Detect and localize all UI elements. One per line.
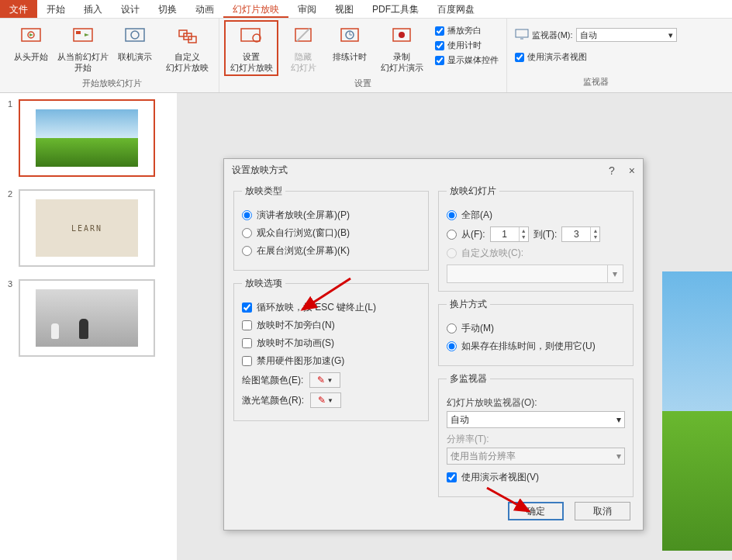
pen-color-picker[interactable]: ✎▼	[309, 372, 340, 388]
slide-thumb-1[interactable]: 1	[8, 99, 169, 177]
record-slideshow-button[interactable]: 录制 幻灯片演示	[375, 20, 429, 76]
label: 录制 幻灯片演示	[381, 51, 423, 73]
label: 设置 幻灯片放映	[230, 51, 273, 73]
ribbon: 从头开始 从当前幻灯片 开始 联机演示 自定义 幻灯片放映 开始放映幻灯片 设置…	[0, 19, 732, 93]
svg-point-20	[399, 32, 405, 38]
group-label: 开始放映幻灯片	[82, 76, 142, 92]
legend: 多监视器	[447, 372, 490, 385]
svg-rect-3	[74, 29, 92, 41]
radio[interactable]	[242, 228, 252, 238]
label: 如果存在排练时间，则使用它(U)	[461, 340, 596, 353]
tab-design[interactable]: 设计	[112, 0, 149, 18]
tab-insert[interactable]: 插入	[74, 0, 112, 18]
ok-button[interactable]: 确定	[508, 502, 564, 520]
rb-browsed[interactable]: 观众自行浏览(窗口)(B)	[242, 226, 420, 240]
slide-number: 2	[8, 189, 19, 199]
checkbox[interactable]	[242, 320, 252, 330]
show-options-group: 放映选项 循环放映，按 ESC 键终止(L) 放映时不加旁白(N) 放映时不加动…	[233, 277, 429, 421]
rb-from-radio[interactable]	[447, 230, 457, 240]
from-spinner[interactable]: 1▲▼	[490, 226, 529, 242]
laser-color-label: 激光笔颜色(R):	[242, 394, 304, 407]
label: 放映时不加动画(S)	[257, 337, 334, 350]
rb-custom-show[interactable]: 自定义放映(C):	[447, 247, 625, 260]
tab-home[interactable]: 开始	[37, 0, 74, 18]
label: 在展台浏览(全屏幕)(K)	[257, 244, 350, 258]
from-current-button[interactable]: 从当前幻灯片 开始	[56, 20, 110, 76]
checkbox[interactable]	[242, 356, 252, 366]
cb-loop[interactable]: 循环放映，按 ESC 键终止(L)	[242, 301, 420, 314]
tab-file[interactable]: 文件	[0, 0, 37, 18]
chevron-down-icon: ▾	[616, 414, 621, 425]
play-narration-check[interactable]: 播放旁白	[435, 25, 499, 36]
show-slides-group: 放映幻灯片 全部(A) 从(F): 1▲▼ 到(T): 3▲▼ 自定义放映(C)…	[438, 185, 634, 292]
tab-review[interactable]: 审阅	[288, 0, 326, 18]
radio[interactable]	[447, 210, 457, 220]
spin-arrows[interactable]: ▲▼	[590, 227, 599, 241]
label: 使用计时	[447, 40, 482, 51]
label: 播放旁白	[447, 25, 482, 36]
radio[interactable]	[242, 246, 252, 256]
slide-thumb-2[interactable]: 2 LEARN	[8, 189, 169, 267]
cb-hw-accel[interactable]: 禁用硬件图形加速(G)	[242, 354, 420, 368]
checkbox[interactable]	[242, 302, 252, 313]
from-beginning-button[interactable]: 从头开始	[9, 20, 53, 65]
show-media-controls-check[interactable]: 显示媒体控件	[435, 54, 499, 66]
monitor-icon	[515, 29, 529, 41]
chevron-down-icon: ▾	[607, 265, 621, 282]
use-timings-check[interactable]: 使用计时	[435, 40, 499, 51]
spin-arrows[interactable]: ▲▼	[519, 227, 528, 241]
setup-icon	[239, 23, 264, 48]
checkbox[interactable]	[515, 53, 524, 62]
checkbox[interactable]	[435, 56, 444, 65]
rehearse-timing-button[interactable]: 排练计时	[328, 20, 371, 65]
rb-speaker[interactable]: 演讲者放映(全屏幕)(P)	[242, 209, 420, 222]
monitor-select[interactable]: 自动▾	[576, 28, 677, 42]
rb-all[interactable]: 全部(A)	[447, 209, 625, 222]
presenter-view-check[interactable]: 使用演示者视图	[512, 51, 680, 63]
cb-no-narration[interactable]: 放映时不加旁白(N)	[242, 319, 420, 332]
label: 使用演示者视图	[527, 51, 587, 63]
hide-slide-button[interactable]: 隐藏 幻灯片	[281, 20, 325, 76]
dialog-titlebar[interactable]: 设置放映方式 ? ×	[224, 159, 643, 181]
tab-pdf[interactable]: PDF工具集	[363, 0, 428, 18]
advance-group: 换片方式 手动(M) 如果存在排练时间，则使用它(U)	[438, 298, 634, 366]
radio	[447, 248, 457, 258]
slide-thumb-3[interactable]: 3	[8, 279, 169, 357]
laser-color-picker[interactable]: ✎▼	[310, 392, 341, 408]
radio[interactable]	[242, 210, 252, 220]
checkbox[interactable]	[435, 26, 444, 36]
monitor-select[interactable]: 自动▾	[447, 411, 625, 428]
cancel-button[interactable]: 取消	[575, 502, 630, 520]
hide-slide-icon	[291, 23, 316, 48]
play-from-start-icon	[19, 23, 43, 48]
legend: 放映选项	[242, 277, 285, 290]
checkbox[interactable]	[242, 338, 252, 348]
tab-transitions[interactable]: 切换	[149, 0, 186, 18]
checkbox[interactable]	[447, 472, 457, 482]
help-button[interactable]: ?	[609, 164, 615, 177]
present-online-button[interactable]: 联机演示	[113, 20, 157, 65]
rb-kiosk[interactable]: 在展台浏览(全屏幕)(K)	[242, 244, 420, 258]
cb-presenter-view[interactable]: 使用演示者视图(V)	[447, 471, 625, 484]
tab-view[interactable]: 视图	[326, 0, 363, 18]
legend: 放映类型	[242, 185, 285, 198]
from-label: 从(F):	[461, 228, 485, 241]
tab-baidu[interactable]: 百度网盘	[428, 0, 484, 18]
rb-manual[interactable]: 手动(M)	[447, 322, 625, 335]
radio[interactable]	[447, 323, 457, 334]
close-button[interactable]: ×	[629, 164, 635, 177]
slide-thumbnail-panel[interactable]: 1 2 LEARN 3	[0, 93, 177, 560]
to-spinner[interactable]: 3▲▼	[561, 226, 600, 242]
monitor-label: 监视器(M):	[532, 29, 573, 41]
setup-slideshow-button[interactable]: 设置 幻灯片放映	[224, 20, 278, 76]
radio[interactable]	[447, 341, 457, 351]
clock-icon	[337, 23, 362, 48]
custom-slideshow-button[interactable]: 自定义 幻灯片放映	[160, 20, 214, 76]
checkbox[interactable]	[435, 41, 444, 50]
label: 全部(A)	[461, 209, 492, 222]
tab-animations[interactable]: 动画	[186, 0, 223, 18]
cb-no-animation[interactable]: 放映时不加动画(S)	[242, 337, 420, 350]
group-label: 设置	[354, 76, 371, 92]
tab-slideshow[interactable]: 幻灯片放映	[223, 0, 288, 18]
rb-timings[interactable]: 如果存在排练时间，则使用它(U)	[447, 340, 625, 353]
